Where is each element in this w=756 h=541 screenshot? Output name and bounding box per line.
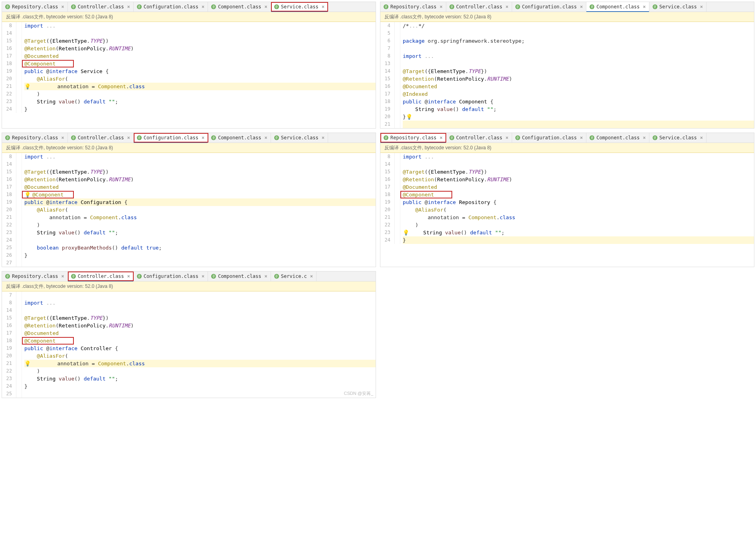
code-line[interactable]: @Target({ElementType.TYPE}) — [403, 168, 754, 176]
tab-service-class[interactable]: @Service.class× — [271, 133, 328, 143]
close-icon[interactable]: × — [322, 134, 325, 141]
code-area[interactable]: import ...@Target({ElementType.TYPE})@Re… — [400, 153, 754, 244]
code-line[interactable]: @AliasFor( — [24, 206, 376, 214]
tab-controller-class[interactable]: @Controller.class× — [68, 133, 134, 143]
tab-component-class[interactable]: @Component.class× — [208, 2, 271, 12]
code-area[interactable]: import ...@Target({ElementType.TYPE})@Re… — [22, 291, 376, 398]
code-area[interactable]: /*...*/package org.springframework.stere… — [400, 22, 754, 128]
code-line[interactable]: ) — [24, 367, 376, 375]
code-line[interactable]: public @interface Repository { — [403, 198, 754, 206]
code-line[interactable]: 💡 String value() default ""; — [403, 229, 754, 236]
tab-configuration-class[interactable]: @Configuration.class× — [512, 133, 587, 143]
close-icon[interactable]: × — [127, 273, 130, 280]
code-line[interactable]: /*...*/ — [403, 22, 754, 30]
close-icon[interactable]: × — [643, 134, 646, 141]
close-icon[interactable]: × — [440, 3, 443, 10]
close-icon[interactable]: × — [505, 3, 508, 10]
code-line[interactable]: public @interface Configuration { — [24, 198, 376, 206]
close-icon[interactable]: × — [127, 134, 130, 141]
tab-controller-class[interactable]: @Controller.class× — [446, 2, 512, 12]
code-line[interactable]: } — [24, 382, 376, 390]
code-line[interactable] — [24, 236, 376, 244]
close-icon[interactable]: × — [61, 3, 64, 10]
code-line[interactable]: @Retention(RetentionPolicy.RUNTIME) — [24, 45, 376, 52]
code-line[interactable]: String value() default ""; — [24, 98, 376, 105]
code-line[interactable] — [24, 161, 376, 168]
code-line[interactable]: @Retention(RetentionPolicy.RUNTIME) — [403, 176, 754, 183]
code-line[interactable]: @Indexed — [403, 90, 754, 98]
tab-repository-class[interactable]: @Repository.class× — [2, 271, 68, 281]
code-line[interactable]: @Component — [24, 337, 376, 345]
code-line[interactable]: @Target({ElementType.TYPE}) — [24, 314, 376, 322]
code-line[interactable]: @Documented — [24, 52, 376, 60]
tab-controller-class[interactable]: @Controller.class× — [68, 271, 134, 281]
tab-configuration-class[interactable]: @Configuration.class× — [134, 271, 208, 281]
code-line[interactable]: @Target({ElementType.TYPE}) — [24, 168, 376, 176]
code-line[interactable]: } — [24, 252, 376, 259]
code-line[interactable]: } — [403, 236, 754, 244]
intention-bulb-icon[interactable]: 💡 — [406, 114, 412, 120]
code-line[interactable]: @Retention(RetentionPolicy.RUNTIME) — [24, 176, 376, 183]
close-icon[interactable]: × — [61, 134, 64, 141]
tab-service-class[interactable]: @Service.class× — [271, 2, 328, 12]
tab-configuration-class[interactable]: @Configuration.class× — [134, 2, 208, 12]
close-icon[interactable]: × — [440, 134, 443, 141]
code-line[interactable]: package org.springframework.stereotype; — [403, 37, 754, 45]
code-line[interactable]: boolean proxyBeanMethods() default true; — [24, 244, 376, 252]
intention-bulb-icon[interactable]: 💡 — [24, 192, 31, 198]
close-icon[interactable]: × — [505, 134, 508, 141]
code-line[interactable]: String value() default ""; — [24, 229, 376, 236]
close-icon[interactable]: × — [127, 3, 130, 10]
code-line[interactable]: import ... — [24, 153, 376, 161]
close-icon[interactable]: × — [322, 3, 325, 10]
code-line[interactable]: @Component — [24, 60, 376, 67]
close-icon[interactable]: × — [310, 273, 313, 280]
close-icon[interactable]: × — [700, 3, 703, 10]
code-line[interactable]: String value() default ""; — [24, 375, 376, 382]
close-icon[interactable]: × — [643, 3, 646, 10]
code-line[interactable]: import ... — [24, 22, 376, 30]
tab-repository-class[interactable]: @Repository.class× — [380, 133, 446, 143]
close-icon[interactable]: × — [265, 3, 267, 10]
close-icon[interactable]: × — [580, 3, 583, 10]
close-icon[interactable]: × — [202, 134, 204, 141]
code-line[interactable]: public @interface Component { — [403, 98, 754, 105]
intention-bulb-icon[interactable]: 💡 — [24, 361, 31, 367]
code-line[interactable] — [403, 60, 754, 67]
tab-repository-class[interactable]: @Repository.class× — [380, 2, 446, 12]
code-line[interactable]: @Target({ElementType.TYPE}) — [24, 37, 376, 45]
close-icon[interactable]: × — [580, 134, 583, 141]
code-line[interactable]: @Retention(RetentionPolicy.RUNTIME) — [403, 75, 754, 83]
tab-controller-class[interactable]: @Controller.class× — [68, 2, 134, 12]
code-line[interactable]: @Documented — [403, 83, 754, 90]
code-line[interactable]: String value() default ""; — [403, 105, 754, 113]
code-line[interactable]: ) — [24, 90, 376, 98]
tab-repository-class[interactable]: @Repository.class× — [2, 133, 68, 143]
code-line[interactable] — [24, 291, 376, 299]
close-icon[interactable]: × — [265, 273, 267, 280]
code-line[interactable]: 💡@Component — [24, 191, 376, 198]
code-line[interactable]: @AliasFor( — [24, 75, 376, 83]
code-line[interactable]: annotation = Component.class — [403, 214, 754, 221]
code-line[interactable]: @AliasFor( — [24, 352, 376, 360]
code-area[interactable]: import ...@Target({ElementType.TYPE})@Re… — [22, 22, 376, 113]
code-line[interactable]: 💡 annotation = Component.class — [24, 83, 376, 90]
code-line[interactable]: public @interface Service { — [24, 67, 376, 75]
close-icon[interactable]: × — [265, 134, 267, 141]
code-line[interactable]: @Documented — [24, 329, 376, 337]
code-line[interactable]: public @interface Controller { — [24, 345, 376, 352]
code-line[interactable]: }💡 — [403, 113, 754, 121]
close-icon[interactable]: × — [700, 134, 703, 141]
code-line[interactable]: import ... — [403, 52, 754, 60]
code-line[interactable]: } — [24, 105, 376, 113]
tab-component-class[interactable]: @Component.class× — [586, 2, 649, 12]
tab-component-class[interactable]: @Component.class× — [208, 133, 271, 143]
code-line[interactable]: import ... — [403, 153, 754, 161]
code-line[interactable]: ) — [24, 221, 376, 229]
tab-configuration-class[interactable]: @Configuration.class× — [134, 133, 208, 143]
tab-repository-class[interactable]: @Repository.class× — [2, 2, 68, 12]
code-line[interactable]: @Target({ElementType.TYPE}) — [403, 67, 754, 75]
code-line[interactable]: import ... — [24, 299, 376, 307]
code-line[interactable] — [24, 30, 376, 37]
tab-service-class[interactable]: @Service.class× — [649, 133, 707, 143]
